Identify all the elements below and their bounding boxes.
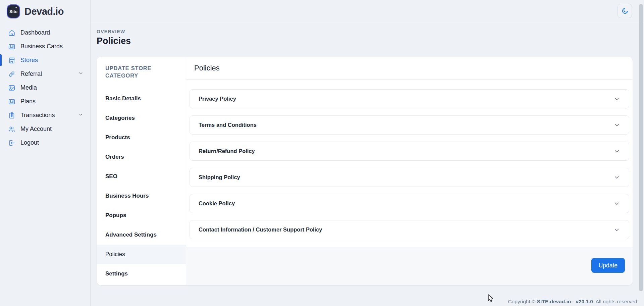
copyright-suffix: . All rights reserved. [593, 299, 639, 304]
sidebar-item-media[interactable]: Media [0, 81, 90, 95]
subnav-item-advanced-settings[interactable]: Advanced Settings [97, 225, 186, 245]
accordion-label: Cookie Policy [199, 200, 235, 207]
subnav-item-seo[interactable]: SEO [97, 167, 186, 186]
policy-accordion-list: Privacy Policy Terms and Conditions Retu… [186, 80, 633, 246]
subnav-item-popups[interactable]: Popups [97, 206, 186, 225]
sidebar-item-label: Stores [20, 57, 38, 64]
sidebar-item-label: Transactions [20, 112, 55, 119]
id-card-icon [8, 43, 15, 50]
chevron-down-icon[interactable] [78, 112, 84, 119]
copyright-prefix: Copyright © [508, 299, 537, 304]
accordion-label: Shipping Policy [199, 174, 240, 181]
image-icon [8, 84, 15, 92]
clipboard-dollar-icon [8, 112, 15, 119]
sidebar-item-logout[interactable]: Logout [0, 136, 90, 150]
sidebar-item-label: Plans [20, 98, 36, 105]
subnav-item-orders[interactable]: Orders [97, 147, 186, 167]
subnav-item-policies[interactable]: Policies [97, 245, 186, 264]
accordion-contact-information-policy[interactable]: Contact Information / Customer Support P… [190, 220, 629, 239]
subnav-item-basic-details[interactable]: Basic Details [97, 89, 186, 108]
panel-footer: Update [186, 247, 633, 285]
content: OVERVIEW Policies UPDATE STORE CATEGORY … [91, 22, 644, 285]
sidebar-item-my-account[interactable]: My Account [0, 122, 90, 136]
accordion-shipping-policy[interactable]: Shipping Policy [190, 168, 629, 187]
panel-title: Policies [194, 64, 625, 72]
sidebar-item-label: My Account [20, 125, 52, 133]
accordion-privacy-policy[interactable]: Privacy Policy [190, 89, 629, 108]
sidebar-nav: Dashboard Business Cards Stores Referral… [0, 26, 90, 150]
accordion-return-refund-policy[interactable]: Return/Refund Policy [190, 142, 629, 161]
logout-icon [8, 139, 15, 147]
sidebar-item-label: Logout [20, 139, 39, 146]
subnav-item-settings[interactable]: Settings [97, 264, 186, 284]
sidebar-item-business-cards[interactable]: Business Cards [0, 40, 90, 53]
subnav-item-products[interactable]: Products [97, 128, 186, 147]
chevron-down-icon[interactable] [78, 70, 84, 78]
id-card-icon [8, 98, 15, 105]
site-version-text: SITE.devad.io - v20.1.0 [537, 299, 593, 304]
policies-panel: Policies Privacy Policy Terms and Condit… [186, 57, 633, 285]
store-subnav: UPDATE STORE CATEGORY Basic Details Cate… [97, 57, 186, 285]
subnav-list: Basic Details Categories Products Orders… [97, 89, 186, 284]
sidebar: Site ✦ Devad.io Dashboard Business Cards… [0, 0, 91, 306]
home-icon [8, 29, 15, 37]
update-button[interactable]: Update [591, 258, 625, 273]
users-icon [8, 125, 15, 133]
chevron-down-icon [613, 148, 620, 155]
subnav-heading: UPDATE STORE CATEGORY [97, 64, 174, 80]
accordion-label: Contact Information / Customer Support P… [199, 226, 322, 233]
sidebar-item-transactions[interactable]: Transactions [0, 108, 90, 122]
chevron-down-icon [613, 174, 620, 181]
subnav-item-business-hours[interactable]: Business Hours [97, 186, 186, 206]
accordion-label: Terms and Conditions [199, 122, 257, 128]
theme-toggle-button[interactable] [618, 4, 632, 18]
chevron-down-icon [613, 226, 620, 233]
site-logo: Site ✦ [7, 4, 20, 18]
brand-name: Devad.io [24, 6, 64, 17]
sidebar-item-label: Media [20, 84, 37, 91]
storefront-icon [8, 57, 15, 64]
sidebar-item-dashboard[interactable]: Dashboard [0, 26, 90, 40]
sidebar-item-referral[interactable]: Referral [0, 67, 90, 81]
accordion-label: Return/Refund Policy [199, 148, 255, 154]
panel-header: Policies [186, 57, 633, 80]
sidebar-item-stores[interactable]: Stores [0, 53, 90, 67]
subnav-item-categories[interactable]: Categories [97, 108, 186, 128]
sidebar-item-label: Business Cards [20, 43, 63, 50]
vertical-scrollbar[interactable] [639, 4, 643, 291]
chevron-down-icon [613, 122, 620, 129]
chevron-down-icon [613, 200, 620, 207]
sidebar-item-label: Referral [20, 70, 42, 78]
breadcrumb-eyebrow: OVERVIEW [97, 29, 633, 34]
topbar [91, 0, 644, 22]
copyright-text: Copyright © SITE.devad.io - v20.1.0. All… [508, 299, 639, 305]
accordion-terms-and-conditions[interactable]: Terms and Conditions [190, 115, 629, 135]
link-icon [8, 70, 15, 78]
sparkle-icon: ✦ [15, 6, 17, 9]
sidebar-item-plans[interactable]: Plans [0, 95, 90, 108]
main-area: OVERVIEW Policies UPDATE STORE CATEGORY … [91, 0, 644, 306]
brand[interactable]: Site ✦ Devad.io [0, 0, 90, 22]
store-settings-card: UPDATE STORE CATEGORY Basic Details Cate… [97, 57, 633, 285]
accordion-label: Privacy Policy [199, 96, 236, 102]
accordion-cookie-policy[interactable]: Cookie Policy [190, 194, 629, 213]
chevron-down-icon [613, 96, 620, 102]
page-title: Policies [97, 36, 633, 46]
logo-text: Site [9, 9, 17, 14]
moon-icon [621, 7, 629, 15]
sidebar-item-label: Dashboard [20, 29, 50, 36]
